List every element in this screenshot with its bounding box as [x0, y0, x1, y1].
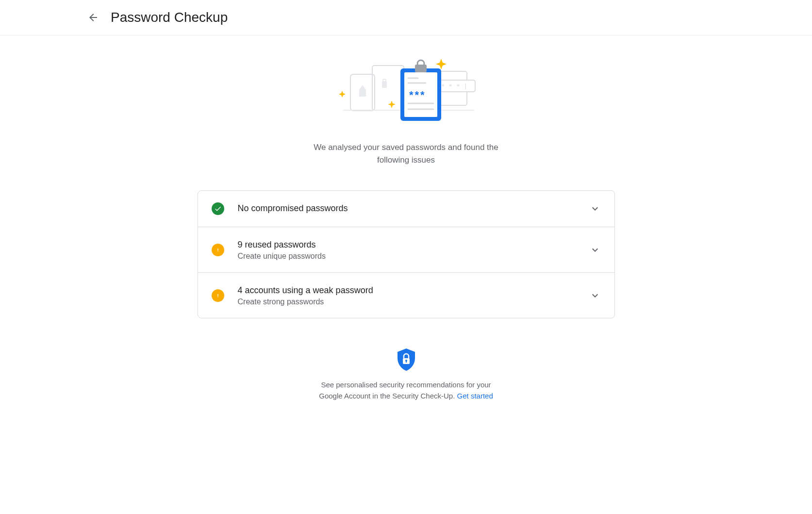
shield-lock-icon: [396, 348, 417, 372]
issues-list: No compromised passwords 9 reused passwo…: [198, 190, 615, 318]
svg-rect-3: [383, 79, 386, 82]
svg-rect-10: [415, 65, 427, 72]
issue-subtitle: Create unique passwords: [238, 252, 589, 261]
page-header: Password Checkup: [0, 0, 812, 35]
chevron-down-icon: [589, 244, 601, 256]
issue-text: No compromised passwords: [238, 202, 589, 215]
clipboard-illustration-icon: * * * * | ***: [329, 55, 484, 128]
issue-title: 9 reused passwords: [238, 239, 589, 251]
issue-text: 9 reused passwords Create unique passwor…: [238, 239, 589, 261]
svg-rect-19: [406, 361, 407, 363]
svg-text:***: ***: [409, 89, 426, 101]
issue-row-compromised[interactable]: No compromised passwords: [198, 191, 614, 227]
issue-text: 4 accounts using a weak password Create …: [238, 284, 589, 306]
warning-icon: [212, 244, 224, 256]
get-started-link[interactable]: Get started: [457, 392, 493, 400]
hero-illustration: * * * * | ***: [198, 55, 615, 128]
issue-title: 4 accounts using a weak password: [238, 284, 589, 297]
warning-icon: [212, 289, 224, 302]
footer-text: See personalised security recommendation…: [309, 380, 503, 401]
issue-row-reused[interactable]: 9 reused passwords Create unique passwor…: [198, 227, 614, 273]
checkmark-icon: [212, 202, 224, 215]
issue-subtitle: Create strong passwords: [238, 298, 589, 306]
svg-rect-1: [372, 66, 404, 110]
footer-section: See personalised security recommendation…: [198, 348, 615, 421]
page-title: Password Checkup: [111, 10, 228, 25]
arrow-left-icon: [87, 12, 99, 23]
intro-text: We analysed your saved passwords and fou…: [304, 141, 508, 166]
chevron-down-icon: [589, 290, 601, 301]
back-button[interactable]: [87, 12, 99, 23]
issue-row-weak[interactable]: 4 accounts using a weak password Create …: [198, 273, 614, 318]
issue-title: No compromised passwords: [238, 202, 589, 215]
chevron-down-icon: [589, 203, 601, 215]
main-content: * * * * | *** We analysed your saved pas…: [198, 35, 615, 421]
shield-icon-wrap: [198, 348, 615, 372]
